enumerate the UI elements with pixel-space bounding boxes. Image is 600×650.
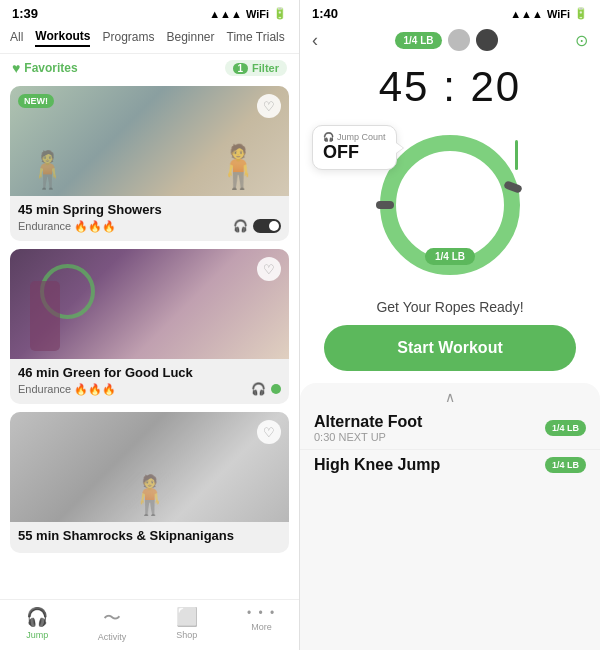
start-workout-button[interactable]: Start Workout — [324, 325, 576, 371]
tab-programs[interactable]: Programs — [102, 30, 154, 46]
status-time-right: 1:40 — [312, 6, 338, 21]
workout-list: NEW! ♡ 🧍 🧍 45 min Spring Showers Enduran… — [0, 82, 299, 599]
nav-item-activity[interactable]: 〜 Activity — [75, 606, 150, 642]
tab-workouts[interactable]: Workouts — [35, 29, 90, 47]
more-icon: • • • — [247, 606, 276, 620]
wifi-icon-right: WiFi — [547, 8, 570, 20]
weight-active[interactable]: 1/4 LB — [395, 32, 441, 49]
tab-all[interactable]: All — [10, 30, 23, 46]
figure-sitting-1: 🧍 — [25, 149, 70, 191]
shop-icon: ⬜ — [176, 606, 198, 628]
battery-icon-right: 🔋 — [574, 7, 588, 20]
card-title-green: 46 min Green for Good Luck — [18, 365, 281, 380]
headphones-icon-green: 🎧 — [251, 382, 266, 396]
upcoming-badge-1: 1/4 LB — [545, 420, 586, 436]
card-type-green: Endurance 🔥🔥🔥 — [18, 383, 116, 396]
upcoming-name-1: Alternate Foot — [314, 413, 422, 431]
signal-icon-right: ▲▲▲ — [510, 8, 543, 20]
right-panel: 1:40 ▲▲▲ WiFi 🔋 ‹ 1/4 LB ⊙ 45 : 20 🎧 Jum… — [300, 0, 600, 650]
card-info-shamrock: 55 min Shamrocks & Skipnanigans — [10, 522, 289, 553]
card-icons-green: 🎧 — [251, 382, 281, 396]
weight-dot-dark[interactable] — [476, 29, 498, 51]
upcoming-info-2: High Knee Jump — [314, 456, 440, 474]
active-dot-green — [271, 384, 281, 394]
fire-icons-green: 🔥🔥🔥 — [74, 383, 116, 396]
card-title-spring: 45 min Spring Showers — [18, 202, 281, 217]
nav-label-activity: Activity — [98, 632, 127, 642]
battery-icon-left: 🔋 — [273, 7, 287, 20]
rope-handle-left — [376, 201, 394, 209]
get-ready-text: Get Your Ropes Ready! — [300, 299, 600, 315]
status-time-left: 1:39 — [12, 6, 38, 21]
upcoming-info-1: Alternate Foot 0:30 NEXT UP — [314, 413, 422, 443]
rope-tail — [515, 140, 518, 170]
nav-item-jump[interactable]: 🎧 Jump — [0, 606, 75, 642]
figure-sitting-2: 🧍 — [212, 142, 264, 191]
nav-item-shop[interactable]: ⬜ Shop — [150, 606, 225, 642]
filter-label: Filter — [252, 62, 279, 74]
favorite-icon-spring[interactable]: ♡ — [257, 94, 281, 118]
filter-count: 1 — [233, 63, 249, 74]
status-icons-left: ▲▲▲ WiFi 🔋 — [209, 7, 287, 20]
nav-item-more[interactable]: • • • More — [224, 606, 299, 642]
jump-count-value: OFF — [323, 142, 386, 163]
upcoming-chevron[interactable]: ∧ — [300, 383, 600, 407]
jump-icon: 🎧 — [26, 606, 48, 628]
nav-label-shop: Shop — [176, 630, 197, 640]
card-meta-spring: Endurance 🔥🔥🔥 🎧 — [18, 219, 281, 233]
upcoming-sub-1: 0:30 NEXT UP — [314, 431, 422, 443]
tab-beginner[interactable]: Beginner — [166, 30, 214, 46]
favorite-icon-shamrock[interactable]: ♡ — [257, 420, 281, 444]
tab-time-trials[interactable]: Time Trials — [227, 30, 285, 46]
signal-icon: ▲▲▲ — [209, 8, 242, 20]
back-button[interactable]: ‹ — [312, 30, 318, 51]
card-meta-green: Endurance 🔥🔥🔥 🎧 — [18, 382, 281, 396]
heart-icon: ♥ — [12, 60, 20, 76]
favorites-label: Favorites — [24, 61, 77, 75]
upcoming-name-2: High Knee Jump — [314, 456, 440, 474]
upcoming-badge-2: 1/4 LB — [545, 457, 586, 473]
settings-icon[interactable]: ⊙ — [575, 31, 588, 50]
card-info-spring: 45 min Spring Showers Endurance 🔥🔥🔥 🎧 — [10, 196, 289, 241]
card-title-shamrock: 55 min Shamrocks & Skipnanigans — [18, 528, 281, 543]
weight-dot-gray[interactable] — [448, 29, 470, 51]
rope-handle-right — [503, 181, 523, 195]
workout-card-green[interactable]: ♡ 46 min Green for Good Luck Endurance 🔥… — [10, 249, 289, 404]
workout-card-shamrock[interactable]: ♡ 🧍 55 min Shamrocks & Skipnanigans — [10, 412, 289, 553]
nav-tabs: All Workouts Programs Beginner Time Tria… — [0, 25, 299, 54]
legs-silhouette — [30, 281, 60, 351]
nav-label-more: More — [251, 622, 272, 632]
card-type-spring: Endurance 🔥🔥🔥 — [18, 220, 116, 233]
right-header: ‹ 1/4 LB ⊙ — [300, 25, 600, 57]
favorite-icon-green[interactable]: ♡ — [257, 257, 281, 281]
rope-weights: 1/4 LB — [395, 29, 497, 51]
new-badge: NEW! — [18, 94, 54, 108]
upcoming-item-1: Alternate Foot 0:30 NEXT UP 1/4 LB — [300, 407, 600, 449]
filter-button[interactable]: 1 Filter — [225, 60, 287, 76]
nav-label-jump: Jump — [26, 630, 48, 640]
wifi-icon: WiFi — [246, 8, 269, 20]
toggle-spring[interactable] — [253, 219, 281, 233]
activity-icon: 〜 — [103, 606, 121, 630]
headphones-small-icon: 🎧 — [323, 132, 334, 142]
timer-display: 45 : 20 — [300, 57, 600, 115]
favorites-button[interactable]: ♥ Favorites — [12, 60, 78, 76]
headphones-icon-spring: 🎧 — [233, 219, 248, 233]
card-info-green: 46 min Green for Good Luck Endurance 🔥🔥🔥… — [10, 359, 289, 404]
tooltip-label: 🎧 Jump Count — [323, 132, 386, 142]
status-bar-right: 1:40 ▲▲▲ WiFi 🔋 — [300, 0, 600, 25]
tooltip-arrow-inner — [396, 143, 403, 153]
rope-area: 🎧 Jump Count OFF 1/4 LB — [300, 115, 600, 295]
upcoming-section: ∧ Alternate Foot 0:30 NEXT UP 1/4 LB Hig… — [300, 383, 600, 650]
left-panel: 1:39 ▲▲▲ WiFi 🔋 All Workouts Programs Be… — [0, 0, 300, 650]
filter-bar: ♥ Favorites 1 Filter — [0, 54, 299, 82]
jump-count-tooltip[interactable]: 🎧 Jump Count OFF — [312, 125, 397, 170]
rope-weight-label: 1/4 LB — [425, 248, 475, 265]
workout-card-spring[interactable]: NEW! ♡ 🧍 🧍 45 min Spring Showers Enduran… — [10, 86, 289, 241]
status-bar-left: 1:39 ▲▲▲ WiFi 🔋 — [0, 0, 299, 25]
jumper-silhouette: 🧍 — [126, 473, 173, 517]
fire-icons-spring: 🔥🔥🔥 — [74, 220, 116, 233]
card-icons-spring: 🎧 — [233, 219, 281, 233]
bottom-nav: 🎧 Jump 〜 Activity ⬜ Shop • • • More — [0, 599, 299, 650]
upcoming-item-2: High Knee Jump 1/4 LB — [300, 449, 600, 480]
